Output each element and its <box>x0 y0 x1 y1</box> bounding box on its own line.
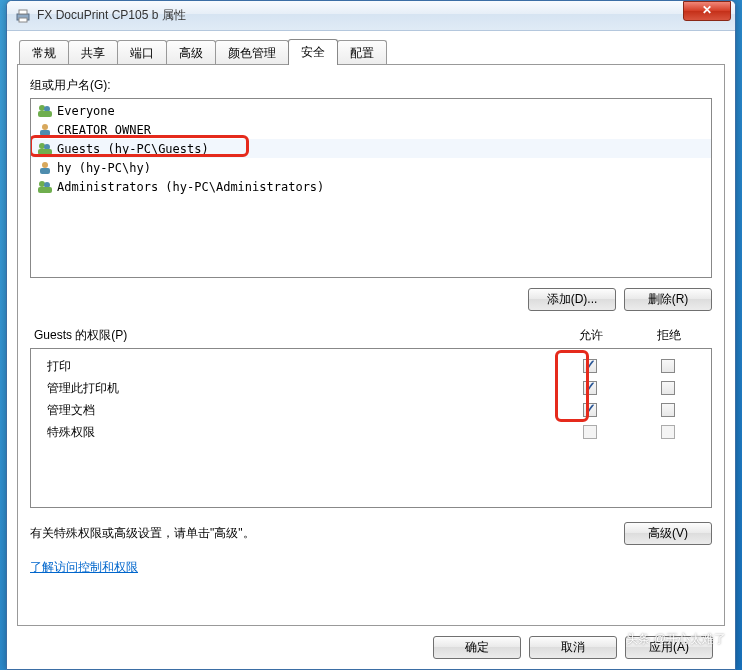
client-area: 常规 共享 端口 高级 颜色管理 安全 配置 组或用户名(G): Everyon… <box>7 31 735 669</box>
dialog-buttons: 确定 取消 应用(A) <box>17 626 725 659</box>
advanced-row: 有关特殊权限或高级设置，请单击"高级"。 高级(V) <box>30 522 712 545</box>
deny-checkbox[interactable] <box>661 359 675 373</box>
perm-row: 管理文档 <box>35 399 707 421</box>
group-icon <box>37 103 53 119</box>
allow-checkbox[interactable] <box>583 403 597 417</box>
titlebar[interactable]: FX DocuPrint CP105 b 属性 ✕ <box>7 1 735 31</box>
perm-row: 管理此打印机 <box>35 377 707 399</box>
svg-rect-5 <box>38 111 52 117</box>
cancel-button[interactable]: 取消 <box>529 636 617 659</box>
svg-rect-15 <box>38 187 52 193</box>
user-name: hy (hy-PC\hy) <box>57 161 151 175</box>
user-buttons: 添加(D)... 删除(R) <box>30 288 712 311</box>
user-icon <box>37 160 53 176</box>
svg-point-8 <box>39 143 45 149</box>
deny-checkbox[interactable] <box>661 403 675 417</box>
tab-ports[interactable]: 端口 <box>117 40 167 65</box>
permissions-title: Guests 的权限(P) <box>34 327 552 344</box>
perm-row: 打印 <box>35 355 707 377</box>
printer-icon <box>15 8 31 24</box>
user-icon <box>37 122 53 138</box>
user-row[interactable]: hy (hy-PC\hy) <box>31 158 711 177</box>
remove-button[interactable]: 删除(R) <box>624 288 712 311</box>
help-link[interactable]: 了解访问控制和权限 <box>30 559 712 576</box>
permissions-listbox: 打印 管理此打印机 管理文档 特殊权限 <box>30 348 712 508</box>
svg-point-3 <box>39 105 45 111</box>
user-row[interactable]: Administrators (hy-PC\Administrators) <box>31 177 711 196</box>
tab-sharing[interactable]: 共享 <box>68 40 118 65</box>
svg-point-6 <box>42 124 48 130</box>
perm-name: 特殊权限 <box>35 424 551 441</box>
user-row[interactable]: CREATOR OWNER <box>31 120 711 139</box>
user-name: Everyone <box>57 104 115 118</box>
allow-checkbox[interactable] <box>583 359 597 373</box>
tab-config[interactable]: 配置 <box>337 40 387 65</box>
tab-security[interactable]: 安全 <box>288 39 338 65</box>
ok-button[interactable]: 确定 <box>433 636 521 659</box>
user-name: Administrators (hy-PC\Administrators) <box>57 180 324 194</box>
close-button[interactable]: ✕ <box>683 1 731 21</box>
perm-name: 管理文档 <box>35 402 551 419</box>
svg-rect-10 <box>38 149 52 155</box>
user-row[interactable]: Everyone <box>31 101 711 120</box>
svg-point-11 <box>42 162 48 168</box>
allow-header: 允许 <box>552 327 630 344</box>
perm-name: 打印 <box>35 358 551 375</box>
user-row-selected[interactable]: Guests (hy-PC\Guests) <box>31 139 711 158</box>
svg-rect-2 <box>19 18 27 22</box>
deny-checkbox[interactable] <box>661 381 675 395</box>
svg-rect-12 <box>40 168 50 174</box>
window-title: FX DocuPrint CP105 b 属性 <box>37 7 683 24</box>
tab-color[interactable]: 颜色管理 <box>215 40 289 65</box>
perm-name: 管理此打印机 <box>35 380 551 397</box>
add-button[interactable]: 添加(D)... <box>528 288 616 311</box>
watermark: 头条 @开心太难了 <box>626 631 726 648</box>
perm-row: 特殊权限 <box>35 421 707 443</box>
svg-rect-1 <box>19 10 27 14</box>
advanced-text: 有关特殊权限或高级设置，请单击"高级"。 <box>30 525 612 542</box>
permissions-header: Guests 的权限(P) 允许 拒绝 <box>30 327 712 344</box>
group-icon <box>37 179 53 195</box>
tab-general[interactable]: 常规 <box>19 40 69 65</box>
group-icon <box>37 141 53 157</box>
deny-header: 拒绝 <box>630 327 708 344</box>
allow-checkbox[interactable] <box>583 425 597 439</box>
deny-checkbox[interactable] <box>661 425 675 439</box>
user-name: CREATOR OWNER <box>57 123 151 137</box>
users-listbox[interactable]: Everyone CREATOR OWNER Guests (hy-PC\Gue… <box>30 98 712 278</box>
tab-strip: 常规 共享 端口 高级 颜色管理 安全 配置 <box>19 39 725 65</box>
svg-point-13 <box>39 181 45 187</box>
properties-dialog: FX DocuPrint CP105 b 属性 ✕ 常规 共享 端口 高级 颜色… <box>6 0 736 670</box>
tab-advanced[interactable]: 高级 <box>166 40 216 65</box>
users-label: 组或用户名(G): <box>30 77 712 94</box>
svg-rect-7 <box>40 130 50 136</box>
allow-checkbox[interactable] <box>583 381 597 395</box>
advanced-button[interactable]: 高级(V) <box>624 522 712 545</box>
user-name: Guests (hy-PC\Guests) <box>57 142 209 156</box>
security-panel: 组或用户名(G): Everyone CREATOR OWNER Guests … <box>17 64 725 626</box>
